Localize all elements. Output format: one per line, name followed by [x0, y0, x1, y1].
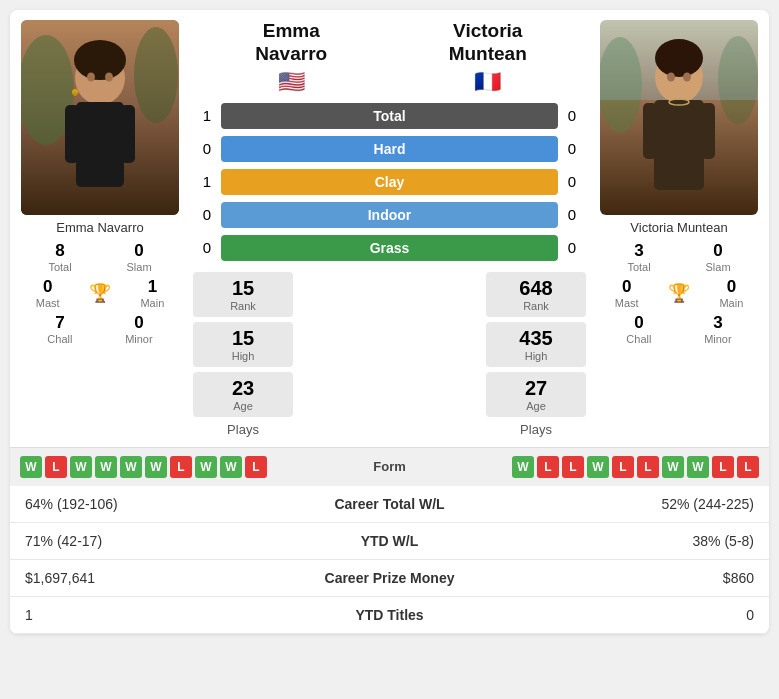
- svg-rect-5: [76, 102, 124, 187]
- p1-minor-stat: 0 Minor: [125, 313, 153, 345]
- stat-row-1: 71% (42-17)YTD W/L38% (5-8): [10, 523, 769, 560]
- p2-main-stat: 0 Main: [719, 277, 743, 309]
- indoor-row: 0 Indoor 0: [193, 202, 586, 228]
- form-badge-w: W: [95, 456, 117, 478]
- p2-chall-minor: 0 Chall 3 Minor: [600, 313, 758, 345]
- p1-rank-box: 15 Rank: [193, 272, 293, 317]
- svg-point-4: [74, 40, 126, 80]
- app-container: Emma Navarro 8 Total 0 Slam 0 Mast 🏆: [10, 10, 769, 634]
- form-badge-l: L: [712, 456, 734, 478]
- p1-trophy: 🏆: [89, 282, 111, 304]
- stat-center-label: Career Prize Money: [290, 570, 490, 586]
- stat-center-label: YTD W/L: [290, 533, 490, 549]
- top-section: Emma Navarro 8 Total 0 Slam 0 Mast 🏆: [10, 10, 769, 442]
- p2-name: Victoria Muntean: [630, 220, 727, 235]
- grass-score-l: 0: [193, 239, 221, 256]
- p2-chall-stat: 0 Chall: [626, 313, 651, 345]
- form-badge-w: W: [662, 456, 684, 478]
- p1-total-stat: 8 Total: [48, 241, 71, 273]
- stat-right-value: 38% (5-8): [490, 533, 755, 549]
- p1-rank-section: 15 Rank 15 High 23 Age Plays: [193, 272, 293, 437]
- svg-point-2: [134, 27, 178, 123]
- form-badge-w: W: [587, 456, 609, 478]
- p1-chall-minor: 7 Chall 0 Minor: [21, 313, 179, 345]
- form-section: WLWWWWLWWL Form WLLWLLWWLL: [10, 447, 769, 486]
- p2-high-box: 435 High: [486, 322, 586, 367]
- names-row: Emma Navarro 🇺🇸 Victoria Muntean 🇫🇷: [193, 20, 586, 95]
- indoor-score-l: 0: [193, 206, 221, 223]
- svg-point-22: [683, 73, 691, 82]
- form-badge-w: W: [220, 456, 242, 478]
- stat-left-value: 1: [25, 607, 290, 623]
- form-badge-l: L: [45, 456, 67, 478]
- p2-flag: 🇫🇷: [390, 69, 587, 95]
- form-badge-w: W: [195, 456, 217, 478]
- p1-flag: 🇺🇸: [193, 69, 390, 95]
- svg-point-17: [655, 39, 703, 77]
- p1-name: Emma Navarro: [56, 220, 143, 235]
- stat-right-value: 0: [490, 607, 755, 623]
- p1-main-stat: 1 Main: [140, 277, 164, 309]
- form-badge-l: L: [612, 456, 634, 478]
- p1-plays-label: Plays: [227, 422, 259, 437]
- stat-row-3: 1YTD Titles0: [10, 597, 769, 634]
- total-badge: Total: [221, 103, 558, 129]
- indoor-score-r: 0: [558, 206, 586, 223]
- hard-score-l: 0: [193, 140, 221, 157]
- p1-chall-stat: 7 Chall: [47, 313, 72, 345]
- form-badge-w: W: [70, 456, 92, 478]
- form-badge-l: L: [737, 456, 759, 478]
- p2-mast-stat: 0 Mast: [615, 277, 639, 309]
- p2-photo: [600, 20, 758, 215]
- indoor-badge: Indoor: [221, 202, 558, 228]
- p1-center-name: Emma Navarro 🇺🇸: [193, 20, 390, 95]
- clay-score-r: 0: [558, 173, 586, 190]
- p2-age-box: 27 Age: [486, 372, 586, 417]
- right-column: Victoria Muntean 3 Total 0 Slam 0 Mast 🏆: [594, 20, 764, 345]
- total-score-l: 1: [193, 107, 221, 124]
- p1-mast-stat: 0 Mast: [36, 277, 60, 309]
- svg-point-11: [105, 73, 113, 82]
- p2-rank-section: 648 Rank 435 High 27 Age Plays: [486, 272, 586, 437]
- p1-photo: [21, 20, 179, 215]
- p2-plays-label: Plays: [520, 422, 552, 437]
- p1-stats: 8 Total 0 Slam: [21, 241, 179, 273]
- form-badge-w: W: [512, 456, 534, 478]
- p1-slam-stat: 0 Slam: [127, 241, 152, 273]
- stat-right-value: 52% (244-225): [490, 496, 755, 512]
- hard-badge: Hard: [221, 136, 558, 162]
- grass-score-r: 0: [558, 239, 586, 256]
- p1-mast-main: 0 Mast 🏆 1 Main: [21, 277, 179, 309]
- clay-row: 1 Clay 0: [193, 169, 586, 195]
- svg-rect-20: [701, 103, 715, 159]
- form-label: Form: [350, 459, 430, 474]
- svg-rect-18: [654, 100, 704, 190]
- stat-left-value: 64% (192-106): [25, 496, 290, 512]
- stat-row-0: 64% (192-106)Career Total W/L52% (244-22…: [10, 486, 769, 523]
- svg-rect-6: [65, 105, 79, 163]
- form-badge-l: L: [562, 456, 584, 478]
- surface-section: 1 Total 0 0 Hard 0 1 Clay 0 0: [193, 103, 586, 268]
- form-badge-l: L: [537, 456, 559, 478]
- svg-rect-7: [121, 105, 135, 163]
- stat-right-value: $860: [490, 570, 755, 586]
- hard-score-r: 0: [558, 140, 586, 157]
- form-badge-w: W: [120, 456, 142, 478]
- stat-left-value: 71% (42-17): [25, 533, 290, 549]
- stat-left-value: $1,697,641: [25, 570, 290, 586]
- p2-form-badges: WLLWLLWWLL: [430, 456, 760, 478]
- clay-badge: Clay: [221, 169, 558, 195]
- center-column: Emma Navarro 🇺🇸 Victoria Muntean 🇫🇷: [185, 20, 594, 437]
- clay-score-l: 1: [193, 173, 221, 190]
- form-badge-w: W: [687, 456, 709, 478]
- p2-total-stat: 3 Total: [627, 241, 650, 273]
- stat-center-label: Career Total W/L: [290, 496, 490, 512]
- p2-slam-stat: 0 Slam: [706, 241, 731, 273]
- form-badge-w: W: [20, 456, 42, 478]
- svg-rect-19: [643, 103, 657, 159]
- stat-center-label: YTD Titles: [290, 607, 490, 623]
- grass-row: 0 Grass 0: [193, 235, 586, 261]
- form-badge-l: L: [245, 456, 267, 478]
- p1-high-box: 15 High: [193, 322, 293, 367]
- svg-point-9: [73, 92, 77, 96]
